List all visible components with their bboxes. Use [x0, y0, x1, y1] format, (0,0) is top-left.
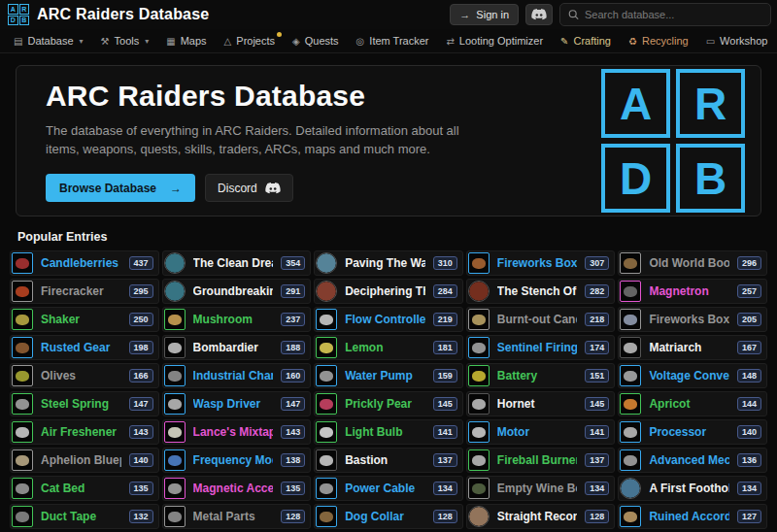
list-item-steel-spring[interactable]: Steel Spring147 [10, 391, 159, 416]
discord-button[interactable]: Discord [205, 174, 293, 202]
list-item-flow-controller[interactable]: Flow Controller219 [314, 307, 463, 332]
list-item-light-bulb[interactable]: Light Bulb141 [314, 419, 463, 445]
list-item-paving-the-way[interactable]: Paving The Way310 [314, 250, 463, 276]
list-item-bombardier[interactable]: Bombardier188 [162, 335, 312, 360]
item-name: Magnetron [649, 284, 729, 298]
item-name: Straight Record [497, 510, 578, 523]
list-item-shaker[interactable]: Shaker250 [10, 307, 159, 332]
list-item-processor[interactable]: Processor140 [618, 419, 767, 445]
list-item-prickly-pear[interactable]: Prickly Pear145 [314, 391, 463, 416]
nav-item-tools[interactable]: ⚒Tools▾ [93, 29, 157, 52]
list-item-firecracker[interactable]: Firecracker295 [10, 279, 159, 304]
nav-item-workshop[interactable]: ▭Workshop [698, 29, 776, 52]
list-item-fireworks-box[interactable]: Fireworks Box307 [466, 250, 616, 276]
list-item-bastion[interactable]: Bastion137 [314, 448, 463, 473]
list-item-apricot[interactable]: Apricot144 [618, 391, 767, 416]
list-item-olives[interactable]: Olives166 [10, 363, 159, 388]
nav-item-recycling[interactable]: ♻Recycling [621, 29, 696, 52]
list-item-fireworks-box-bl[interactable]: Fireworks Box Bl...205 [618, 307, 767, 332]
list-item-fireball-burner[interactable]: Fireball Burner137 [466, 448, 616, 473]
list-item-voltage-converter[interactable]: Voltage Converter148 [618, 363, 767, 388]
list-item-frequency-modu[interactable]: Frequency Modu...138 [162, 448, 312, 473]
item-count-badge: 134 [433, 482, 457, 495]
list-item-groundbreaking[interactable]: Groundbreaking291 [162, 279, 312, 304]
list-item-power-cable[interactable]: Power Cable134 [314, 476, 463, 501]
list-item-duct-tape[interactable]: Duct Tape132 [10, 504, 159, 529]
notification-dot [277, 32, 282, 37]
list-item-magnetron[interactable]: Magnetron257 [618, 279, 767, 304]
item-count-badge: 147 [129, 397, 153, 411]
list-item-burnt-out-candles[interactable]: Burnt-out Candles218 [466, 307, 616, 332]
list-item-motor[interactable]: Motor141 [466, 419, 616, 445]
magnetic-acceler-icon [164, 478, 186, 499]
list-item-magnetic-acceler[interactable]: Magnetic Acceler...135 [162, 476, 312, 501]
list-item-ruined-accordion[interactable]: Ruined Accordion127 [618, 504, 767, 529]
item-count-badge: 159 [433, 369, 457, 382]
advanced-mecha-icon [620, 449, 641, 471]
list-item-dog-collar[interactable]: Dog Collar128 [314, 504, 463, 529]
olives-icon [12, 365, 33, 386]
nav-item-label: Maps [181, 35, 207, 47]
list-item-the-stench-of-c[interactable]: The Stench Of C...282 [466, 279, 616, 304]
list-item-cat-bed[interactable]: Cat Bed135 [10, 476, 159, 501]
item-count-badge: 250 [129, 313, 153, 326]
item-count-badge: 237 [281, 313, 305, 326]
light-bulb-icon [316, 421, 337, 443]
list-item-rusted-gear[interactable]: Rusted Gear198 [10, 335, 159, 360]
list-item-straight-record[interactable]: Straight Record128 [466, 504, 616, 529]
list-item-candleberries[interactable]: Candleberries437 [10, 250, 159, 276]
nav-item-crafting[interactable]: ✎Crafting [553, 29, 619, 52]
item-name: Motor [497, 425, 578, 439]
item-name: Olives [41, 369, 121, 382]
list-item-old-world-books[interactable]: Old World Books296 [618, 250, 767, 276]
item-name: Paving The Way [345, 256, 425, 270]
item-count-badge: 284 [433, 284, 457, 298]
logo-letter: A [8, 4, 18, 15]
search-input[interactable] [585, 9, 762, 20]
nav-item-label: Looting Optimizer [459, 35, 543, 47]
nav-item-projects[interactable]: △Projects [217, 29, 283, 52]
sign-in-button[interactable]: →Sign in [450, 4, 519, 25]
list-item-deciphering-the[interactable]: Deciphering The ...284 [314, 279, 463, 304]
list-item-matriarch[interactable]: Matriarch167 [618, 335, 767, 360]
wrench-icon: ⚒ [101, 36, 110, 47]
list-item-mushroom[interactable]: Mushroom237 [162, 307, 312, 332]
list-item-water-pump[interactable]: Water Pump159 [314, 363, 463, 388]
ruined-accordion-icon [620, 506, 641, 527]
browse-database-button[interactable]: Browse Database→ [46, 174, 195, 202]
nav-item-looting-optimizer[interactable]: ⇄Looting Optimizer [438, 29, 551, 52]
nav-item-maps[interactable]: ▦Maps [158, 29, 214, 52]
list-item-wasp-driver[interactable]: Wasp Driver147 [162, 391, 312, 416]
list-item-battery[interactable]: Battery151 [466, 363, 616, 388]
list-item-sentinel-firing-c[interactable]: Sentinel Firing C...174 [466, 335, 616, 360]
site-title: ARC Raiders Database [37, 6, 209, 23]
discord-icon-button[interactable] [525, 4, 553, 25]
list-item-hornet[interactable]: Hornet145 [466, 391, 616, 416]
ardb-logo-small[interactable]: ARDB [8, 4, 29, 25]
list-item-the-clean-dream[interactable]: The Clean Dream354 [162, 250, 312, 276]
item-count-badge: 127 [737, 510, 761, 523]
list-item-advanced-mecha[interactable]: Advanced Mecha...136 [618, 448, 767, 473]
fireball-burner-icon [468, 449, 490, 471]
list-item-lance-s-mixtape[interactable]: Lance's Mixtape ...143 [162, 419, 312, 445]
list-item-empty-wine-bottle[interactable]: Empty Wine Bottle134 [466, 476, 616, 501]
nav-item-quests[interactable]: ◈Quests [285, 29, 347, 52]
item-name: Mushroom [193, 313, 274, 326]
nav-item-database[interactable]: ▤Database▾ [6, 29, 91, 52]
list-item-a-first-foothold[interactable]: A First Foothold134 [618, 476, 767, 501]
matriarch-icon [620, 337, 641, 358]
list-item-lemon[interactable]: Lemon181 [314, 335, 463, 360]
list-item-metal-parts[interactable]: Metal Parts128 [162, 504, 312, 529]
item-tracker-icon: ◎ [356, 36, 365, 47]
a-first-foothold-icon [620, 478, 641, 499]
quest-icon: ◈ [292, 36, 300, 47]
list-item-industrial-charger[interactable]: Industrial Charger160 [162, 363, 312, 388]
nav-item-item-tracker[interactable]: ◎Item Tracker [349, 29, 437, 52]
map-icon: ▦ [166, 36, 175, 47]
item-count-badge: 136 [737, 453, 761, 467]
list-item-aphelion-blueprint[interactable]: Aphelion Blueprint140 [10, 448, 159, 473]
flow-controller-icon [316, 309, 337, 330]
discord-icon [531, 9, 547, 20]
groundbreaking-icon [164, 281, 186, 302]
list-item-air-freshener[interactable]: Air Freshener143 [10, 419, 159, 445]
